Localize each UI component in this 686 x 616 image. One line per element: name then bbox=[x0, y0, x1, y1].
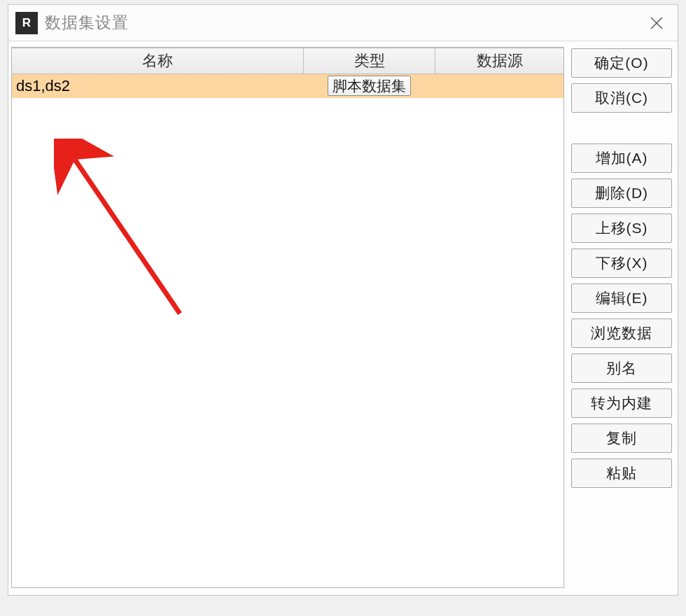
cell-name[interactable]: ds1,ds2 bbox=[12, 74, 304, 98]
cell-type[interactable]: 脚本数据集 bbox=[304, 74, 435, 98]
button-group-gap bbox=[571, 118, 672, 138]
move-down-button[interactable]: 下移(X) bbox=[571, 248, 672, 278]
cell-source[interactable] bbox=[435, 74, 564, 98]
table-header-row: 名称 类型 数据源 bbox=[12, 48, 564, 74]
cancel-button[interactable]: 取消(C) bbox=[571, 83, 672, 113]
svg-line-3 bbox=[75, 160, 180, 314]
paste-button[interactable]: 粘贴 bbox=[571, 458, 672, 488]
dialog-title: 数据集设置 bbox=[45, 12, 129, 34]
side-button-panel: 确定(O) 取消(C) 增加(A) 删除(D) 上移(S) 下移(X) 编辑(E… bbox=[571, 47, 672, 588]
add-button[interactable]: 增加(A) bbox=[571, 144, 672, 173]
to-builtin-button[interactable]: 转为内建 bbox=[571, 388, 672, 418]
app-icon-letter: R bbox=[22, 16, 31, 30]
dataset-table[interactable]: 名称 类型 数据源 ds1,ds2 脚本数据集 bbox=[11, 47, 564, 588]
close-icon[interactable] bbox=[644, 10, 669, 36]
ok-button[interactable]: 确定(O) bbox=[571, 48, 672, 78]
column-header-name[interactable]: 名称 bbox=[12, 48, 304, 74]
browse-data-button[interactable]: 浏览数据 bbox=[571, 318, 672, 348]
copy-button[interactable]: 复制 bbox=[571, 424, 672, 453]
column-header-type[interactable]: 类型 bbox=[304, 48, 435, 74]
column-header-source[interactable]: 数据源 bbox=[435, 48, 564, 74]
alias-button[interactable]: 别名 bbox=[571, 354, 672, 383]
titlebar: R 数据集设置 bbox=[8, 5, 678, 41]
type-dropdown-button[interactable]: 脚本数据集 bbox=[328, 76, 411, 96]
edit-button[interactable]: 编辑(E) bbox=[571, 284, 672, 313]
dialog-body: 名称 类型 数据源 ds1,ds2 脚本数据集 bbox=[8, 41, 678, 595]
annotation-arrow-icon bbox=[54, 139, 194, 321]
move-up-button[interactable]: 上移(S) bbox=[571, 214, 672, 243]
app-icon: R bbox=[15, 12, 38, 34]
delete-button[interactable]: 删除(D) bbox=[571, 178, 672, 208]
table-row[interactable]: ds1,ds2 脚本数据集 bbox=[12, 74, 564, 98]
dataset-settings-dialog: R 数据集设置 名称 类型 数据源 bbox=[8, 4, 678, 596]
